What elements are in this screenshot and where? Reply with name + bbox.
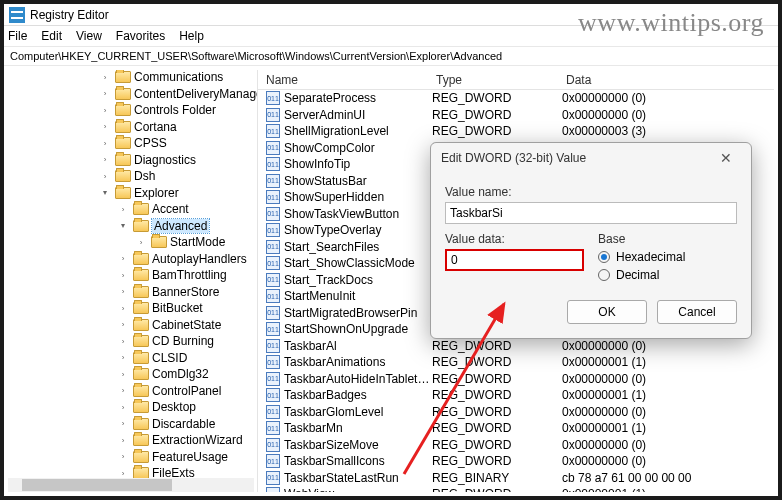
cancel-button[interactable]: Cancel (657, 300, 737, 324)
chevron-right-icon[interactable]: › (116, 285, 130, 299)
list-row[interactable]: 011TaskbarSmallIconsREG_DWORD0x00000000 … (258, 453, 774, 470)
tree-item[interactable]: ›CD Burning (8, 333, 257, 350)
list-row[interactable]: 011ServerAdminUIREG_DWORD0x00000000 (0) (258, 107, 774, 124)
chevron-right-icon[interactable]: › (116, 202, 130, 216)
tree-item[interactable]: ›BitBucket (8, 300, 257, 317)
chevron-right-icon[interactable]: › (134, 235, 148, 249)
list-row[interactable]: 011TaskbarMnREG_DWORD0x00000001 (1) (258, 420, 774, 437)
chevron-right-icon[interactable]: › (116, 301, 130, 315)
chevron-right-icon[interactable]: › (116, 318, 130, 332)
tree-item[interactable]: ›Cortana (8, 119, 257, 136)
tree-horizontal-scrollbar[interactable] (8, 478, 254, 492)
ok-button[interactable]: OK (567, 300, 647, 324)
tree-item-label: Advanced (152, 219, 209, 233)
chevron-right-icon[interactable]: › (116, 433, 130, 447)
tree-item[interactable]: ▾Advanced (8, 218, 257, 235)
col-type[interactable]: Type (428, 73, 558, 87)
chevron-right-icon[interactable]: › (98, 169, 112, 183)
list-row[interactable]: 011TaskbarSizeMoveREG_DWORD0x00000000 (0… (258, 437, 774, 454)
chevron-right-icon[interactable]: › (116, 417, 130, 431)
tree-item[interactable]: ›BannerStore (8, 284, 257, 301)
close-icon[interactable]: ✕ (711, 150, 741, 166)
tree-item[interactable]: ›AutoplayHandlers (8, 251, 257, 268)
tree-item[interactable]: ›Dsh (8, 168, 257, 185)
value-name: ShellMigrationLevel (284, 124, 432, 138)
value-data: 0x00000001 (1) (562, 487, 774, 492)
list-row[interactable]: 011TaskbarBadgesREG_DWORD0x00000001 (1) (258, 387, 774, 404)
chevron-right-icon[interactable]: › (116, 450, 130, 464)
menu-help[interactable]: Help (179, 29, 204, 43)
menu-file[interactable]: File (8, 29, 27, 43)
tree-item[interactable]: ›BamThrottling (8, 267, 257, 284)
tree-item-label: Controls Folder (134, 103, 216, 117)
list-row[interactable]: 011ShellMigrationLevelREG_DWORD0x0000000… (258, 123, 774, 140)
chevron-right-icon[interactable]: › (116, 334, 130, 348)
list-row[interactable]: 011WebViewREG_DWORD0x00000001 (1) (258, 486, 774, 492)
tree-item[interactable]: ›FeatureUsage (8, 449, 257, 466)
list-row[interactable]: 011TaskbarAnimationsREG_DWORD0x00000001 … (258, 354, 774, 371)
chevron-right-icon[interactable]: › (98, 70, 112, 84)
tree-item[interactable]: ›ControlPanel (8, 383, 257, 400)
value-type: REG_DWORD (432, 108, 562, 122)
col-data[interactable]: Data (558, 73, 774, 87)
tree-item[interactable]: ›Desktop (8, 399, 257, 416)
value-name: ShowInfoTip (284, 157, 432, 171)
chevron-right-icon[interactable]: › (116, 351, 130, 365)
value-name: TaskbarAutoHideInTabletMode (284, 372, 432, 386)
radio-hex[interactable]: Hexadecimal (598, 250, 737, 264)
tree-item[interactable]: ›CabinetState (8, 317, 257, 334)
list-row[interactable]: 011TaskbarAlREG_DWORD0x00000000 (0) (258, 338, 774, 355)
tree-item-label: ControlPanel (152, 384, 221, 398)
chevron-right-icon[interactable]: › (116, 268, 130, 282)
value-data-input[interactable] (445, 249, 584, 271)
menu-favorites[interactable]: Favorites (116, 29, 165, 43)
menu-edit[interactable]: Edit (41, 29, 62, 43)
list-row[interactable]: 011TaskbarAutoHideInTabletModeREG_DWORD0… (258, 371, 774, 388)
tree-item[interactable]: ›Diagnostics (8, 152, 257, 169)
dword-icon: 011 (266, 207, 280, 221)
folder-icon (133, 302, 149, 314)
tree-item[interactable]: ›StartMode (8, 234, 257, 251)
list-row[interactable]: 011SeparateProcessREG_DWORD0x00000000 (0… (258, 90, 774, 107)
value-name: Start_TrackDocs (284, 273, 432, 287)
radio-dec[interactable]: Decimal (598, 268, 737, 282)
tree-item[interactable]: ›ComDlg32 (8, 366, 257, 383)
list-header[interactable]: Name Type Data (258, 70, 774, 90)
chevron-down-icon[interactable]: ▾ (116, 219, 130, 233)
chevron-right-icon[interactable]: › (116, 384, 130, 398)
list-row[interactable]: 011TaskbarStateLastRunREG_BINARYcb 78 a7… (258, 470, 774, 487)
value-type: REG_DWORD (432, 487, 562, 492)
address-bar[interactable]: Computer\HKEY_CURRENT_USER\Software\Micr… (4, 46, 778, 66)
chevron-right-icon[interactable]: › (116, 252, 130, 266)
tree-item[interactable]: ›Accent (8, 201, 257, 218)
tree-item[interactable]: ›CPSS (8, 135, 257, 152)
chevron-right-icon[interactable]: › (98, 120, 112, 134)
value-name-label: Value name: (445, 185, 737, 199)
dword-icon: 011 (266, 306, 280, 320)
chevron-right-icon[interactable]: › (98, 153, 112, 167)
chevron-right-icon[interactable]: › (98, 103, 112, 117)
tree-item[interactable]: ›ContentDeliveryManager (8, 86, 257, 103)
list-row[interactable]: 011TaskbarGlomLevelREG_DWORD0x00000000 (… (258, 404, 774, 421)
folder-icon (133, 220, 149, 232)
value-type: REG_DWORD (432, 372, 562, 386)
value-data: 0x00000001 (1) (562, 355, 774, 369)
chevron-down-icon[interactable]: ▾ (98, 186, 112, 200)
col-name[interactable]: Name (258, 73, 428, 87)
tree-item[interactable]: ▾Explorer (8, 185, 257, 202)
tree-item[interactable]: ›ExtractionWizard (8, 432, 257, 449)
tree-item[interactable]: ›Controls Folder (8, 102, 257, 119)
chevron-right-icon[interactable]: › (116, 400, 130, 414)
tree-item[interactable]: ›Communications (8, 70, 257, 86)
chevron-right-icon[interactable]: › (98, 136, 112, 150)
tree-item[interactable]: ›Discardable (8, 416, 257, 433)
chevron-right-icon[interactable]: › (98, 87, 112, 101)
tree-item-label: Discardable (152, 417, 215, 431)
tree-item[interactable]: ›CLSID (8, 350, 257, 367)
chevron-right-icon[interactable]: › (116, 367, 130, 381)
value-name: WebView (284, 487, 432, 492)
value-name-input[interactable] (445, 202, 737, 224)
menu-view[interactable]: View (76, 29, 102, 43)
tree-pane[interactable]: ›CloudExperienceHost›CloudStore›Communic… (8, 70, 258, 492)
dword-icon: 011 (266, 256, 280, 270)
